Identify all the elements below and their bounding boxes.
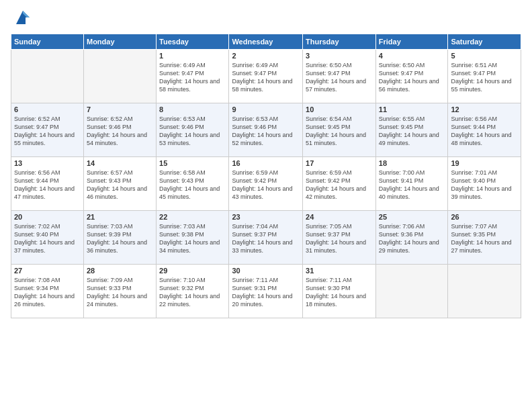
page: SundayMondayTuesdayWednesdayThursdayFrid…: [0, 0, 532, 411]
day-number: 4: [379, 52, 445, 60]
day-detail: Sunrise: 6:59 AMSunset: 9:42 PMDaylight:…: [232, 169, 300, 201]
calendar-header-row: SundayMondayTuesdayWednesdayThursdayFrid…: [11, 34, 521, 50]
day-number: 5: [451, 52, 518, 60]
day-detail: Sunrise: 7:06 AMSunset: 9:36 PMDaylight:…: [379, 222, 445, 255]
calendar-cell: 25Sunrise: 7:06 AMSunset: 9:36 PMDayligh…: [375, 211, 448, 265]
weekday-header: Monday: [83, 34, 156, 50]
day-detail: Sunrise: 7:10 AMSunset: 9:32 PMDaylight:…: [159, 276, 226, 309]
calendar: SundayMondayTuesdayWednesdayThursdayFrid…: [11, 34, 521, 318]
day-detail: Sunrise: 6:56 AMSunset: 9:44 PMDaylight:…: [14, 169, 81, 201]
day-number: 18: [379, 159, 445, 167]
calendar-cell: 1Sunrise: 6:49 AMSunset: 9:47 PMDaylight…: [157, 50, 229, 103]
day-detail: Sunrise: 7:02 AMSunset: 9:40 PMDaylight:…: [14, 222, 81, 255]
calendar-cell: 23Sunrise: 7:04 AMSunset: 9:37 PMDayligh…: [229, 211, 303, 265]
day-number: 21: [87, 213, 153, 221]
day-detail: Sunrise: 6:49 AMSunset: 9:47 PMDaylight:…: [232, 61, 300, 94]
day-number: 11: [379, 105, 445, 113]
day-number: 8: [159, 105, 226, 113]
calendar-cell: 26Sunrise: 7:07 AMSunset: 9:35 PMDayligh…: [448, 211, 521, 265]
calendar-cell: 6Sunrise: 6:52 AMSunset: 9:47 PMDaylight…: [11, 103, 84, 157]
calendar-cell: 13Sunrise: 6:56 AMSunset: 9:44 PMDayligh…: [11, 157, 84, 211]
calendar-cell: [448, 265, 521, 318]
calendar-cell: 8Sunrise: 6:53 AMSunset: 9:46 PMDaylight…: [157, 103, 229, 157]
calendar-cell: 12Sunrise: 6:56 AMSunset: 9:44 PMDayligh…: [448, 103, 521, 157]
calendar-cell: 4Sunrise: 6:50 AMSunset: 9:47 PMDaylight…: [375, 50, 448, 103]
calendar-week-row: 27Sunrise: 7:08 AMSunset: 9:34 PMDayligh…: [11, 265, 521, 318]
day-detail: Sunrise: 7:11 AMSunset: 9:31 PMDaylight:…: [232, 276, 300, 309]
day-detail: Sunrise: 7:01 AMSunset: 9:40 PMDaylight:…: [451, 169, 518, 201]
day-number: 19: [451, 159, 518, 167]
day-detail: Sunrise: 7:07 AMSunset: 9:35 PMDaylight:…: [451, 222, 518, 255]
day-detail: Sunrise: 6:59 AMSunset: 9:42 PMDaylight:…: [306, 169, 373, 201]
calendar-cell: 5Sunrise: 6:51 AMSunset: 9:47 PMDaylight…: [448, 50, 521, 103]
calendar-cell: 7Sunrise: 6:52 AMSunset: 9:46 PMDaylight…: [83, 103, 156, 157]
logo-icon: [13, 8, 32, 27]
day-number: 23: [232, 213, 300, 221]
calendar-week-row: 1Sunrise: 6:49 AMSunset: 9:47 PMDaylight…: [11, 50, 521, 103]
weekday-header: Saturday: [448, 34, 521, 50]
day-detail: Sunrise: 7:03 AMSunset: 9:39 PMDaylight:…: [87, 222, 153, 255]
calendar-cell: 29Sunrise: 7:10 AMSunset: 9:32 PMDayligh…: [157, 265, 229, 318]
day-detail: Sunrise: 7:04 AMSunset: 9:37 PMDaylight:…: [232, 222, 300, 255]
day-detail: Sunrise: 7:00 AMSunset: 9:41 PMDaylight:…: [379, 169, 445, 201]
day-detail: Sunrise: 6:53 AMSunset: 9:46 PMDaylight:…: [159, 115, 226, 148]
day-number: 20: [14, 213, 81, 221]
header: [11, 11, 521, 27]
day-number: 22: [159, 213, 226, 221]
calendar-cell: 3Sunrise: 6:50 AMSunset: 9:47 PMDaylight…: [303, 50, 376, 103]
weekday-header: Wednesday: [229, 34, 303, 50]
calendar-cell: 10Sunrise: 6:54 AMSunset: 9:45 PMDayligh…: [303, 103, 376, 157]
calendar-cell: 18Sunrise: 7:00 AMSunset: 9:41 PMDayligh…: [375, 157, 448, 211]
calendar-cell: [375, 265, 448, 318]
calendar-cell: 28Sunrise: 7:09 AMSunset: 9:33 PMDayligh…: [83, 265, 156, 318]
day-detail: Sunrise: 7:08 AMSunset: 9:34 PMDaylight:…: [14, 276, 81, 309]
day-number: 9: [232, 105, 300, 113]
day-detail: Sunrise: 6:52 AMSunset: 9:46 PMDaylight:…: [87, 115, 153, 148]
day-number: 12: [451, 105, 518, 113]
calendar-cell: 9Sunrise: 6:53 AMSunset: 9:46 PMDaylight…: [229, 103, 303, 157]
calendar-cell: 2Sunrise: 6:49 AMSunset: 9:47 PMDaylight…: [229, 50, 303, 103]
calendar-cell: 17Sunrise: 6:59 AMSunset: 9:42 PMDayligh…: [303, 157, 376, 211]
day-number: 1: [159, 52, 226, 60]
day-number: 2: [232, 52, 300, 60]
day-number: 24: [306, 213, 373, 221]
day-number: 17: [306, 159, 373, 167]
day-detail: Sunrise: 6:52 AMSunset: 9:47 PMDaylight:…: [14, 115, 81, 148]
day-number: 31: [306, 267, 373, 275]
day-number: 30: [232, 267, 300, 275]
calendar-cell: 15Sunrise: 6:58 AMSunset: 9:43 PMDayligh…: [157, 157, 229, 211]
calendar-cell: [83, 50, 156, 103]
weekday-header: Sunday: [11, 34, 84, 50]
calendar-cell: 24Sunrise: 7:05 AMSunset: 9:37 PMDayligh…: [303, 211, 376, 265]
day-detail: Sunrise: 7:09 AMSunset: 9:33 PMDaylight:…: [87, 276, 153, 309]
day-number: 14: [87, 159, 153, 167]
calendar-cell: 14Sunrise: 6:57 AMSunset: 9:43 PMDayligh…: [83, 157, 156, 211]
calendar-cell: 20Sunrise: 7:02 AMSunset: 9:40 PMDayligh…: [11, 211, 84, 265]
day-number: 6: [14, 105, 81, 113]
day-number: 26: [451, 213, 518, 221]
calendar-cell: 22Sunrise: 7:03 AMSunset: 9:38 PMDayligh…: [157, 211, 229, 265]
calendar-week-row: 6Sunrise: 6:52 AMSunset: 9:47 PMDaylight…: [11, 103, 521, 157]
day-number: 3: [306, 52, 373, 60]
day-number: 7: [87, 105, 153, 113]
day-detail: Sunrise: 6:54 AMSunset: 9:45 PMDaylight:…: [306, 115, 373, 148]
day-detail: Sunrise: 6:55 AMSunset: 9:45 PMDaylight:…: [379, 115, 445, 148]
day-detail: Sunrise: 6:50 AMSunset: 9:47 PMDaylight:…: [379, 61, 445, 94]
day-detail: Sunrise: 6:50 AMSunset: 9:47 PMDaylight:…: [306, 61, 373, 94]
day-detail: Sunrise: 6:58 AMSunset: 9:43 PMDaylight:…: [159, 169, 226, 201]
calendar-cell: 31Sunrise: 7:11 AMSunset: 9:30 PMDayligh…: [303, 265, 376, 318]
weekday-header: Friday: [375, 34, 448, 50]
day-number: 16: [232, 159, 300, 167]
logo: [11, 11, 32, 27]
calendar-cell: 30Sunrise: 7:11 AMSunset: 9:31 PMDayligh…: [229, 265, 303, 318]
day-detail: Sunrise: 6:57 AMSunset: 9:43 PMDaylight:…: [87, 169, 153, 201]
calendar-cell: 19Sunrise: 7:01 AMSunset: 9:40 PMDayligh…: [448, 157, 521, 211]
day-number: 10: [306, 105, 373, 113]
calendar-cell: 11Sunrise: 6:55 AMSunset: 9:45 PMDayligh…: [375, 103, 448, 157]
day-detail: Sunrise: 7:03 AMSunset: 9:38 PMDaylight:…: [159, 222, 226, 255]
day-number: 25: [379, 213, 445, 221]
day-detail: Sunrise: 6:56 AMSunset: 9:44 PMDaylight:…: [451, 115, 518, 148]
day-number: 13: [14, 159, 81, 167]
day-detail: Sunrise: 7:11 AMSunset: 9:30 PMDaylight:…: [306, 276, 373, 309]
calendar-week-row: 13Sunrise: 6:56 AMSunset: 9:44 PMDayligh…: [11, 157, 521, 211]
